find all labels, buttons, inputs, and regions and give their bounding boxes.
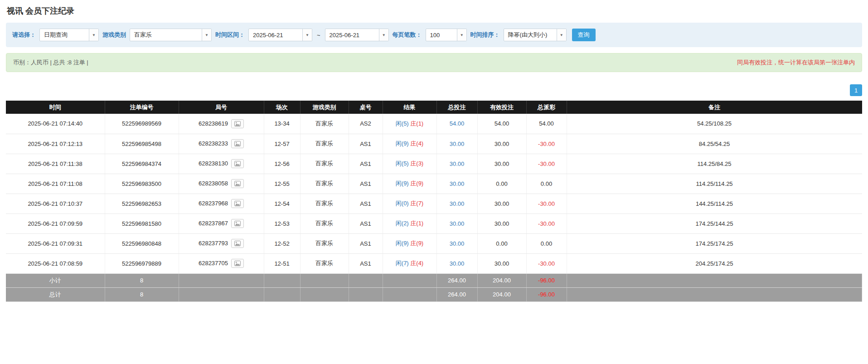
summary-total-bet: 264.00 bbox=[436, 273, 477, 287]
cell-payout: 54.00 bbox=[526, 114, 567, 134]
date-to-combobox[interactable]: 2025-06-21 ▼ bbox=[325, 29, 389, 41]
query-type-combobox[interactable]: 日期查询 ▼ bbox=[39, 29, 99, 41]
round-image-button[interactable] bbox=[231, 239, 244, 248]
cell-note: 84.25/54.25 bbox=[567, 134, 862, 154]
cell-payout: 0.00 bbox=[526, 233, 567, 253]
cell-round: 628238058 bbox=[179, 174, 264, 194]
round-image-button[interactable] bbox=[231, 219, 244, 228]
round-id: 628238233 bbox=[199, 140, 228, 147]
game-type-combobox[interactable]: 百家乐 ▼ bbox=[130, 29, 212, 41]
round-image-button[interactable] bbox=[231, 139, 244, 148]
table-row: 2025-06-21 07:08:59522596979889628237705… bbox=[6, 253, 862, 273]
total-bet-link[interactable]: 30.00 bbox=[450, 160, 465, 167]
column-header-5: 桌号 bbox=[349, 101, 383, 114]
pagination: 1 bbox=[6, 84, 862, 96]
page-size-combobox[interactable]: 100 ▼ bbox=[426, 29, 467, 41]
chevron-down-icon[interactable]: ▼ bbox=[557, 29, 566, 41]
cell-bet-id: 522596982653 bbox=[105, 194, 179, 214]
cell-time: 2025-06-21 07:14:40 bbox=[6, 114, 105, 134]
cell-payout: -30.00 bbox=[526, 194, 567, 214]
cell-table-no: AS2 bbox=[349, 114, 383, 134]
date-from-combobox[interactable]: 2025-06-21 ▼ bbox=[248, 29, 312, 41]
cell-session: 12-57 bbox=[264, 134, 300, 154]
total-row: 总计8264.00204.00-96.00 bbox=[6, 287, 862, 301]
cell-bet-id: 522596989569 bbox=[105, 114, 179, 134]
chevron-down-icon[interactable]: ▼ bbox=[457, 29, 466, 41]
cell-valid-bet: 30.00 bbox=[477, 154, 526, 174]
round-image-button[interactable] bbox=[231, 119, 244, 128]
cell-payout: -30.00 bbox=[526, 154, 567, 174]
page-number-button[interactable]: 1 bbox=[850, 84, 862, 96]
result-player: 闲(2) bbox=[396, 220, 409, 227]
summary-payout: -96.00 bbox=[526, 287, 567, 301]
result-banker: 庄(9) bbox=[410, 180, 423, 187]
cell-note: 114.25/84.25 bbox=[567, 154, 862, 174]
total-bet-link[interactable]: 30.00 bbox=[450, 220, 465, 227]
result-banker: 庄(1) bbox=[410, 220, 423, 227]
cell-bet-id: 522596981580 bbox=[105, 214, 179, 233]
cell-table-no: AS1 bbox=[349, 154, 383, 174]
table-row: 2025-06-21 07:11:08522596983500628238058… bbox=[6, 174, 862, 194]
result-banker: 庄(4) bbox=[410, 260, 423, 267]
page-size-value: 100 bbox=[426, 29, 457, 41]
round-id: 628237705 bbox=[199, 260, 228, 267]
cell-round: 628237867 bbox=[179, 214, 264, 233]
total-bet-link[interactable]: 30.00 bbox=[450, 240, 465, 247]
chevron-down-icon[interactable]: ▼ bbox=[202, 29, 211, 41]
cell-note: 204.25/174.25 bbox=[567, 253, 862, 273]
column-header-10: 备注 bbox=[567, 101, 862, 114]
round-id: 628237867 bbox=[199, 220, 228, 227]
result-player: 闲(9) bbox=[396, 240, 409, 247]
round-image-button[interactable] bbox=[231, 179, 244, 188]
picture-icon bbox=[234, 201, 241, 206]
date-from-value: 2025-06-21 bbox=[249, 29, 302, 41]
time-sort-value: 降幂(由大到小) bbox=[504, 29, 557, 41]
chevron-down-icon[interactable]: ▼ bbox=[379, 29, 388, 41]
cell-session: 12-52 bbox=[264, 233, 300, 253]
cell-round: 628237968 bbox=[179, 194, 264, 214]
cell-valid-bet: 30.00 bbox=[477, 134, 526, 154]
picture-icon bbox=[234, 161, 241, 166]
chevron-down-icon[interactable]: ▼ bbox=[89, 29, 98, 41]
summary-payout: -96.00 bbox=[526, 273, 567, 287]
summary-count: 8 bbox=[105, 273, 179, 287]
cell-session: 12-53 bbox=[264, 214, 300, 233]
cell-note: 114.25/114.25 bbox=[567, 174, 862, 194]
picture-icon bbox=[234, 141, 241, 146]
round-image-button[interactable] bbox=[231, 199, 244, 208]
cell-payout: -30.00 bbox=[526, 253, 567, 273]
total-bet-link[interactable]: 30.00 bbox=[450, 141, 465, 147]
round-image-button[interactable] bbox=[231, 259, 244, 268]
cell-game-type: 百家乐 bbox=[300, 194, 349, 214]
total-bet-link[interactable]: 30.00 bbox=[450, 180, 465, 187]
search-button[interactable]: 查询 bbox=[572, 29, 596, 41]
game-type-value: 百家乐 bbox=[130, 29, 202, 41]
summary-label: 小计 bbox=[6, 273, 105, 287]
picture-icon bbox=[234, 181, 241, 186]
result-player: 闲(5) bbox=[396, 120, 409, 127]
summary-bar: 币别：人民币 | 总共 :8 注单 | 同局有效投注，统一计算在该局第一张注单内 bbox=[6, 53, 862, 72]
date-range-separator: ~ bbox=[316, 32, 321, 39]
chevron-down-icon[interactable]: ▼ bbox=[302, 29, 312, 41]
result-banker: 庄(4) bbox=[410, 140, 423, 147]
total-bet-link[interactable]: 54.00 bbox=[450, 120, 465, 127]
round-image-button[interactable] bbox=[231, 159, 244, 168]
cell-time: 2025-06-21 07:11:08 bbox=[6, 174, 105, 194]
total-bet-link[interactable]: 30.00 bbox=[450, 260, 465, 267]
column-header-8: 有效投注 bbox=[477, 101, 526, 114]
cell-total-bet: 30.00 bbox=[436, 214, 477, 233]
cell-note: 174.25/174.25 bbox=[567, 233, 862, 253]
cell-total-bet: 30.00 bbox=[436, 134, 477, 154]
total-bet-link[interactable]: 30.00 bbox=[450, 200, 465, 207]
cell-time: 2025-06-21 07:10:37 bbox=[6, 194, 105, 214]
cell-payout: -30.00 bbox=[526, 214, 567, 233]
picture-icon bbox=[234, 121, 241, 126]
time-sort-combobox[interactable]: 降幂(由大到小) ▼ bbox=[504, 29, 567, 41]
cell-valid-bet: 30.00 bbox=[477, 214, 526, 233]
cell-game-type: 百家乐 bbox=[300, 174, 349, 194]
cell-result: 闲(5) 庄(1) bbox=[383, 114, 436, 134]
game-type-label: 游戏类别 bbox=[102, 31, 126, 39]
cell-result: 闲(2) 庄(1) bbox=[383, 214, 436, 233]
time-sort-label: 时间排序： bbox=[470, 31, 500, 39]
cell-valid-bet: 30.00 bbox=[477, 253, 526, 273]
